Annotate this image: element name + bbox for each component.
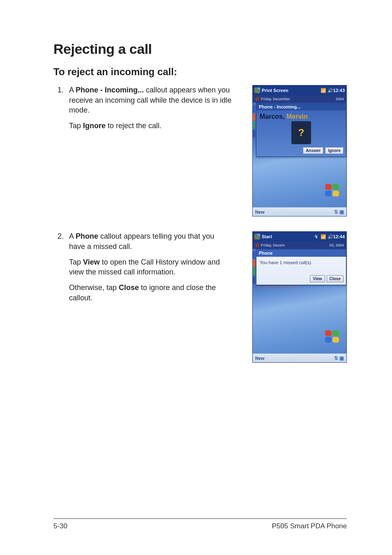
pda2-new-button[interactable]: New	[255, 356, 265, 361]
missed-callout-title: Phone	[256, 249, 346, 257]
volume-icon: 🔊	[327, 234, 333, 240]
missed-call-callout: Phone You have 1 missed call(s). View Cl…	[256, 249, 346, 285]
step-1-number: 1.	[58, 85, 69, 95]
step-2-line1-prefix: A	[69, 232, 76, 240]
footer-product-name: P505 Smart PDA Phone	[272, 522, 347, 530]
owner-icon	[255, 243, 259, 247]
missed-call-text: You have 1 missed call(s).	[256, 257, 346, 268]
step-2-line1-bold: Phone	[76, 232, 98, 240]
caller-name: Marcos, Mervin	[256, 111, 346, 120]
connection-icon[interactable]: ⇅	[334, 355, 338, 361]
pda2-titlebar: Start ↯ 📶 🔊 12:44	[253, 232, 346, 242]
caller-avatar: ?	[291, 121, 311, 144]
sip-icon[interactable]: ▣	[339, 355, 344, 361]
step-2-line3-bold: Close	[119, 283, 139, 292]
step-2-screenshot: Start ↯ 📶 🔊 12:44 Friday, Decem 03, 2004	[252, 231, 347, 363]
pda-1: Print Screen 📶 🔊 12:43 Friday, December …	[252, 85, 347, 216]
start-flag-icon[interactable]	[254, 234, 260, 240]
incoming-callout-title: Phone - Incoming...	[256, 103, 346, 111]
pda1-titlebar: Print Screen 📶 🔊 12:43	[253, 85, 346, 95]
page-footer: 5-30 P505 Smart PDA Phone	[53, 518, 347, 530]
pda1-date-left: Friday, December	[261, 97, 290, 101]
pda2-dateline: Friday, Decem 03, 2004	[253, 242, 346, 249]
pda1-sidebar-tabs	[253, 105, 255, 142]
step-2-line2-prefix: Tap	[69, 258, 83, 266]
windows-logo-icon	[325, 330, 341, 347]
pda2-bottombar: New ⇅ ▣	[253, 353, 346, 362]
pda2-date-left: Friday, Decem	[261, 243, 285, 247]
owner-icon	[255, 97, 259, 101]
caller-first: Marcos,	[260, 113, 286, 120]
volume-icon: 🔊	[327, 88, 333, 93]
step-1-screenshot: Print Screen 📶 🔊 12:43 Friday, December …	[252, 85, 347, 216]
pda1-new-button[interactable]: New	[255, 210, 265, 214]
no-upcoming-appointments: No upcoming appointments.	[257, 284, 342, 289]
step-1-line1-prefix: A	[69, 86, 76, 94]
footer-page-number: 5-30	[53, 522, 67, 530]
step-1: 1. A Phone - Incoming... callout appears…	[53, 85, 347, 216]
page-heading: Rejecting a call	[53, 41, 347, 57]
signal-icon: 📶	[321, 234, 326, 240]
connection-icon[interactable]: ⇅	[334, 209, 338, 215]
step-2-number: 2.	[58, 231, 69, 241]
pda1-bottombar: New ⇅ ▣	[253, 207, 346, 216]
sip-icon[interactable]: ▣	[339, 209, 344, 215]
step-2-line3-prefix: Otherwise, tap	[69, 283, 119, 292]
step-1-line2-prefix: Tap	[69, 122, 83, 130]
pda2-sidebar-tabs	[253, 251, 255, 288]
pda1-dateline: Friday, December 2004	[253, 95, 346, 103]
step-2-line2-bold: View	[83, 258, 100, 266]
view-button[interactable]: View	[310, 275, 325, 282]
step-1-text: 1. A Phone - Incoming... callout appears…	[53, 85, 232, 136]
signal-icon: 📶	[321, 88, 326, 93]
start-flag-icon[interactable]	[254, 88, 260, 93]
pda1-title: Print Screen	[262, 88, 288, 93]
step-2-text: 2. A Phone callout appears telling you t…	[53, 231, 232, 309]
step-2: 2. A Phone callout appears telling you t…	[53, 231, 347, 363]
pda-2: Start ↯ 📶 🔊 12:44 Friday, Decem 03, 2004	[252, 231, 347, 363]
step-1-line2-suffix: to reject the call.	[106, 122, 161, 130]
answer-button[interactable]: Answer	[303, 147, 323, 154]
pda2-time: 12:44	[333, 234, 345, 239]
step-1-line1-bold: Phone - Incoming...	[76, 86, 144, 94]
caller-last: Mervin	[286, 113, 308, 120]
pda1-date-right: 2004	[336, 97, 344, 101]
close-button[interactable]: Close	[327, 275, 344, 282]
pda2-title[interactable]: Start	[262, 234, 272, 239]
missed-call-icon[interactable]: ↯	[314, 234, 319, 240]
incoming-call-callout: Phone - Incoming... Marcos, Mervin ? Ans…	[256, 103, 346, 157]
windows-logo-icon	[325, 184, 341, 200]
page-subheading: To reject an incoming call:	[53, 66, 347, 78]
question-mark-icon: ?	[298, 127, 304, 138]
ignore-button[interactable]: Ignore	[325, 147, 344, 154]
step-1-line2-bold: Ignore	[83, 122, 106, 130]
pda2-date-right: 03, 2004	[330, 243, 344, 247]
pda1-time: 12:43	[333, 88, 345, 93]
